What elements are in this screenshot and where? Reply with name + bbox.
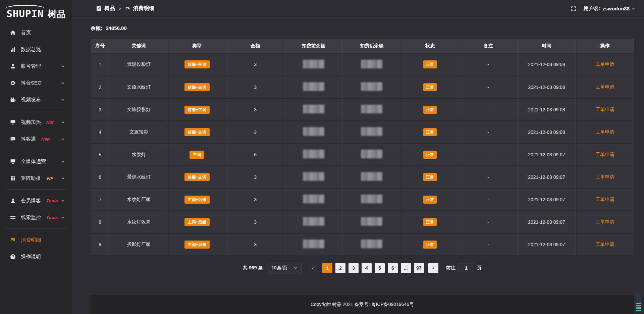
cell-balance-before	[284, 76, 343, 98]
cell-status: 正常	[401, 188, 459, 211]
cell-remark: -	[459, 211, 518, 233]
table-row: 3文旅投影灯前缀+主词3正常-2021-12-03 09:08工单申请	[91, 98, 634, 121]
sidebar-item-label: 账号管理	[21, 63, 41, 69]
sidebar-item-member-burst[interactable]: 会员爆客Tools	[0, 192, 72, 209]
page-button-6[interactable]: 6	[388, 263, 398, 273]
blurred-value	[361, 240, 382, 248]
cell-time: 2021-12-03 09:08	[518, 76, 576, 98]
work-order-link[interactable]: 工单申请	[595, 129, 614, 135]
user-menu[interactable]: 用户名: zswodun88	[584, 5, 635, 12]
top-bar: 树品 > 消费明细 用户名: zswodun88	[72, 0, 644, 17]
cell-balance-after	[343, 121, 401, 143]
sidebar-item-label: 操作说明	[21, 254, 41, 260]
breadcrumb-root[interactable]: 树品	[104, 5, 115, 12]
sidebar-item-matrix-boost[interactable]: 矩阵助推VIP	[0, 170, 72, 187]
brand-logo: SHUPIN 树品	[0, 0, 72, 21]
cell-keyword: 投影灯厂家	[110, 233, 168, 256]
wallet-icon	[125, 6, 130, 11]
sidebar-item-label: 会员爆客	[21, 198, 41, 204]
work-order-link[interactable]: 工单申请	[595, 84, 614, 90]
cell-balance-before	[284, 188, 343, 211]
chevron-down-icon	[632, 7, 635, 10]
cell-no: 1	[91, 53, 110, 76]
type-badge: 前缀+主词	[184, 83, 210, 91]
work-order-link[interactable]: 工单申请	[595, 197, 614, 202]
prev-page-button[interactable]: ‹	[308, 263, 318, 273]
blurred-value	[361, 105, 382, 113]
column-header-6: 状态	[401, 39, 459, 53]
page-button-3[interactable]: 3	[348, 263, 359, 273]
blurred-value	[361, 172, 382, 181]
page-button-97[interactable]: 97	[414, 263, 424, 273]
work-order-link[interactable]: 工单申请	[595, 174, 614, 179]
cell-status: 正常	[401, 211, 459, 233]
column-header-1: 关键词	[110, 39, 168, 53]
work-order-link[interactable]: 工单申请	[595, 107, 614, 112]
blurred-value	[303, 240, 324, 248]
sidebar-item-label: 首页	[21, 30, 31, 36]
table-header-row: 序号关键词类型金额扣费前余额扣费后余额状态备注时间操作	[91, 39, 634, 53]
column-header-5: 扣费后余额	[343, 39, 401, 53]
page-size-select[interactable]: 10条/页	[267, 263, 301, 273]
cell-time: 2021-12-03 09:07	[518, 188, 576, 211]
cell-time: 2021-12-03 09:08	[518, 53, 576, 76]
cell-type: 前缀+主词	[168, 76, 226, 98]
blurred-value	[361, 195, 382, 203]
page-button-4[interactable]: 4	[362, 263, 372, 273]
type-badge: 前缀+主词	[184, 173, 210, 181]
sliders-icon	[10, 215, 16, 220]
sidebar-item-douketong[interactable]: 抖客通New	[0, 130, 72, 147]
cell-balance-before	[284, 166, 343, 188]
sidebar-item-all-media-ops[interactable]: 全媒体运营	[0, 153, 72, 170]
sidebar-item-video-publish[interactable]: 视频发布	[0, 91, 72, 108]
work-order-link[interactable]: 工单申请	[595, 242, 614, 247]
page-button-2[interactable]: 2	[335, 263, 345, 273]
cell-no: 7	[91, 188, 110, 211]
sidebar-item-badge: Hot	[46, 120, 54, 125]
page-button-1[interactable]: 1	[322, 263, 332, 273]
sidebar-item-douyin-seo[interactable]: 抖音SEO	[0, 74, 72, 91]
work-order-link[interactable]: 工单申请	[595, 61, 614, 67]
corner-widget[interactable]	[635, 293, 642, 312]
work-order-link[interactable]: 工单申请	[595, 219, 614, 224]
next-page-button[interactable]: ›	[428, 263, 438, 273]
sidebar-item-label: 消费明细	[21, 237, 41, 243]
sidebar-item-data-overview[interactable]: 数据总览	[0, 41, 72, 58]
sidebar-divider	[6, 150, 66, 150]
cell-balance-before	[284, 98, 343, 121]
screen-icon	[10, 119, 16, 125]
work-order-link[interactable]: 工单申请	[595, 152, 614, 157]
cell-balance-after	[343, 211, 401, 233]
cell-amount: 3	[226, 233, 284, 256]
page-ellipsis-button[interactable]: ...	[401, 263, 411, 273]
cell-keyword: 水纹灯	[110, 143, 168, 166]
page-button-5[interactable]: 5	[375, 263, 385, 273]
content: 余额: 24856.00 序号关键词类型金额扣费前余额扣费后余额状态备注时间操作…	[72, 17, 644, 314]
cell-status: 正常	[401, 143, 459, 166]
blurred-value	[361, 150, 382, 158]
cell-amount: 3	[226, 188, 284, 211]
sidebar-item-video-heat[interactable]: 视频加热Hot	[0, 114, 72, 130]
app-window: SHUPIN 树品 首页数据总览账号管理抖音SEO视频发布视频加热Hot抖客通N…	[0, 0, 644, 314]
fullscreen-icon[interactable]	[571, 6, 576, 11]
sidebar-item-account-manage[interactable]: 账号管理	[0, 58, 72, 74]
sidebar-item-consume-detail[interactable]: 消费明细	[0, 231, 72, 248]
user-label: 用户名:	[584, 5, 600, 12]
cell-keyword: 水纹灯厂家	[110, 188, 168, 211]
table-row: 2文旅水纹灯前缀+主词3正常-2021-12-03 09:08工单申请	[91, 76, 634, 98]
chevron-down-icon	[61, 98, 65, 102]
cell-status: 正常	[401, 121, 459, 143]
consumption-table-wrap: 序号关键词类型金额扣费前余额扣费后余额状态备注时间操作 1景观投影灯前缀+主词3…	[91, 39, 634, 256]
sidebar-item-operation-guide[interactable]: ?操作说明	[0, 248, 72, 265]
cell-remark: -	[459, 233, 518, 256]
status-badge: 正常	[423, 106, 437, 114]
sidebar-item-clue-monitor[interactable]: 线索监控Tools	[0, 209, 72, 226]
goto-page-input[interactable]	[459, 263, 474, 273]
sidebar-item-home[interactable]: 首页	[0, 24, 72, 41]
cell-no: 2	[91, 76, 110, 98]
cell-balance-after	[343, 98, 401, 121]
cell-amount: 3	[226, 53, 284, 76]
blurred-value	[303, 150, 324, 158]
pagination: 共 969 条 10条/页 ‹ 123456...97 › 前往	[91, 263, 634, 273]
sidebar-divider	[6, 228, 66, 229]
